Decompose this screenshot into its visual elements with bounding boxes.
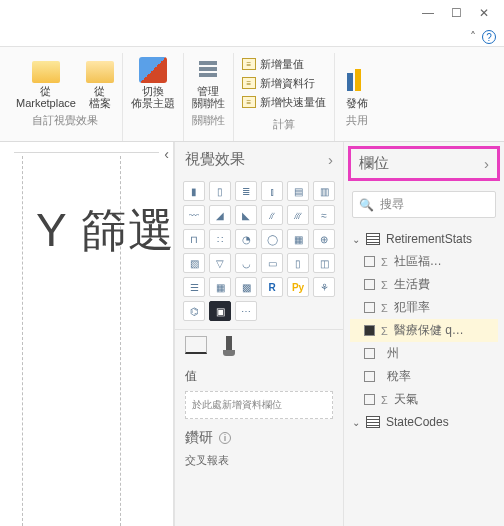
visualizations-pane: 視覺效果 › ▮ ▯ ≣ ⫿ ▤ ▥ 〰 ◢ ◣ ⫽ ⫻ ≈ ⊓ ∷ ◔ ◯ ▦… xyxy=(174,142,343,526)
field-item[interactable]: Σ天氣 xyxy=(350,388,498,411)
viz-filled-map[interactable]: ▧ xyxy=(183,253,205,273)
viz-slicer[interactable]: ☰ xyxy=(183,277,205,297)
ribbon-group-calculations: ≡新增量值 ≡新增資料行 ≡新增快速量值 計算 xyxy=(234,53,335,141)
viz-waterfall[interactable]: ⊓ xyxy=(183,229,205,249)
field-checkbox[interactable] xyxy=(364,256,375,267)
visualizations-header[interactable]: 視覺效果 › xyxy=(175,142,343,177)
publish-button[interactable]: 發佈 xyxy=(343,69,371,109)
report-canvas[interactable]: ‹ xyxy=(0,142,174,526)
field-item[interactable]: Σ社區福… xyxy=(350,250,498,273)
viz-line-stacked[interactable]: ⫽ xyxy=(261,205,283,225)
viz-pie[interactable]: ◔ xyxy=(235,229,257,249)
field-item[interactable]: Σ犯罪率 xyxy=(350,296,498,319)
window-titlebar: — ☐ ✕ xyxy=(0,0,504,28)
fields-header[interactable]: 欄位 › xyxy=(348,146,500,181)
viz-matrix[interactable]: ▩ xyxy=(235,277,257,297)
viz-kpi[interactable]: ◫ xyxy=(313,253,335,273)
switch-theme-button[interactable]: 切換佈景主題 xyxy=(131,57,175,109)
ribbon-group-share: 發佈 共用 xyxy=(335,53,379,141)
viz-multi-card[interactable]: ▯ xyxy=(287,253,309,273)
relationships-icon xyxy=(194,55,222,83)
viz-r-script[interactable]: R xyxy=(261,277,283,297)
help-button[interactable]: ? xyxy=(482,30,496,44)
table-retirementstats[interactable]: ⌄ RetirementStats xyxy=(350,228,498,250)
window-maximize-button[interactable]: ☐ xyxy=(442,4,470,22)
new-column-button[interactable]: ≡新增資料行 xyxy=(242,76,315,91)
ribbon-group-label: 自訂視覺效果 xyxy=(32,113,98,128)
manage-relationships-button[interactable]: 管理關聯性 xyxy=(192,55,225,109)
viz-clustered-column[interactable]: ⫿ xyxy=(261,181,283,201)
new-column-icon: ≡ xyxy=(242,77,256,89)
ribbon-group-label-calc: 計算 xyxy=(273,117,295,132)
guide-left xyxy=(22,156,23,526)
field-type-icon: Σ xyxy=(381,279,388,291)
viz-card[interactable]: ▭ xyxy=(261,253,283,273)
expander-icon: ⌄ xyxy=(352,234,360,245)
marketplace-icon xyxy=(32,61,60,83)
new-measure-button[interactable]: ≡新增量值 xyxy=(242,57,304,72)
field-checkbox[interactable] xyxy=(364,279,375,290)
values-section-label: 值 xyxy=(175,358,343,389)
viz-stacked-bar[interactable]: ▮ xyxy=(183,181,205,201)
viz-line-clustered[interactable]: ⫻ xyxy=(287,205,309,225)
field-label: 犯罪率 xyxy=(394,299,430,316)
from-marketplace-button[interactable]: 從Marketplace xyxy=(16,61,76,109)
field-item[interactable]: 州 xyxy=(350,342,498,365)
viz-table[interactable]: ▦ xyxy=(209,277,231,297)
viz-funnel[interactable]: ▽ xyxy=(209,253,231,273)
window-minimize-button[interactable]: — xyxy=(414,4,442,22)
viz-gauge[interactable]: ◡ xyxy=(235,253,257,273)
table-retirementstats-fields: Σ社區福…Σ生活費Σ犯罪率Σ醫療保健 q…州稅率Σ天氣 xyxy=(350,250,498,411)
values-drop-area[interactable]: 於此處新增資料欄位 xyxy=(185,391,333,419)
field-item[interactable]: 稅率 xyxy=(350,365,498,388)
ribbon-group-relationships: 管理關聯性 關聯性 xyxy=(184,53,234,141)
viz-area[interactable]: ◢ xyxy=(209,205,231,225)
ribbon-collapse-button[interactable]: ˄ xyxy=(470,30,476,44)
viz-qna[interactable]: ▣ xyxy=(209,301,231,321)
viz-more[interactable]: ⋯ xyxy=(235,301,257,321)
new-quick-icon: ≡ xyxy=(242,96,256,108)
workspace: ‹ Y 篩選 視覺效果 › ▮ ▯ ≣ ⫿ ▤ ▥ 〰 ◢ ◣ ⫽ ⫻ ≈ ⊓ … xyxy=(0,142,504,526)
chevron-right-icon: › xyxy=(484,155,489,172)
viz-100-column[interactable]: ▥ xyxy=(313,181,335,201)
ribbon-collapse-row: ˄ ? xyxy=(0,28,504,46)
viz-clustered-bar[interactable]: ≣ xyxy=(235,181,257,201)
window-close-button[interactable]: ✕ xyxy=(470,4,498,22)
fields-search[interactable]: 🔍 搜尋 xyxy=(352,191,496,218)
viz-100-bar[interactable]: ▤ xyxy=(287,181,309,201)
field-item[interactable]: Σ醫療保健 q… xyxy=(350,319,498,342)
ribbon-group-label-rel: 關聯性 xyxy=(192,113,225,128)
field-label: 稅率 xyxy=(387,368,411,385)
field-item[interactable]: Σ生活費 xyxy=(350,273,498,296)
drillthrough-header[interactable]: 鑽研 i xyxy=(175,421,343,449)
viz-stacked-area[interactable]: ◣ xyxy=(235,205,257,225)
field-checkbox[interactable] xyxy=(364,348,375,359)
viz-stacked-column[interactable]: ▯ xyxy=(209,181,231,201)
guide-right xyxy=(120,156,121,526)
table-icon xyxy=(366,233,380,245)
viz-donut[interactable]: ◯ xyxy=(261,229,283,249)
ribbon-group-themes: 切換佈景主題 xyxy=(123,53,184,141)
fields-tree: ⌄ RetirementStats Σ社區福…Σ生活費Σ犯罪率Σ醫療保健 q…州… xyxy=(344,224,504,437)
format-tab[interactable] xyxy=(221,336,237,358)
field-checkbox[interactable] xyxy=(364,394,375,405)
field-checkbox[interactable] xyxy=(364,325,375,336)
new-quick-measure-button[interactable]: ≡新增快速量值 xyxy=(242,95,326,110)
viz-ribbon[interactable]: ≈ xyxy=(313,205,335,225)
viz-scatter[interactable]: ∷ xyxy=(209,229,231,249)
viz-key-influencers[interactable]: ⚘ xyxy=(313,277,335,297)
table-statecodes[interactable]: ⌄ StateCodes xyxy=(350,411,498,433)
viz-line[interactable]: 〰 xyxy=(183,205,205,225)
field-checkbox[interactable] xyxy=(364,302,375,313)
viz-decomposition[interactable]: ⌬ xyxy=(183,301,205,321)
field-label: 社區福… xyxy=(394,253,442,270)
from-file-button[interactable]: 從檔案 xyxy=(86,61,114,109)
viz-treemap[interactable]: ▦ xyxy=(287,229,309,249)
fields-title: 欄位 xyxy=(359,154,389,173)
filters-collapse-button[interactable]: ‹ xyxy=(164,146,169,162)
viz-map[interactable]: ⊕ xyxy=(313,229,335,249)
viz-python[interactable]: Py xyxy=(287,277,309,297)
field-checkbox[interactable] xyxy=(364,371,375,382)
fields-well-tab[interactable] xyxy=(185,336,207,354)
ribbon: 從Marketplace 從檔案 自訂視覺效果 切換佈景主題 管理關聯性 關聯性 xyxy=(0,46,504,142)
